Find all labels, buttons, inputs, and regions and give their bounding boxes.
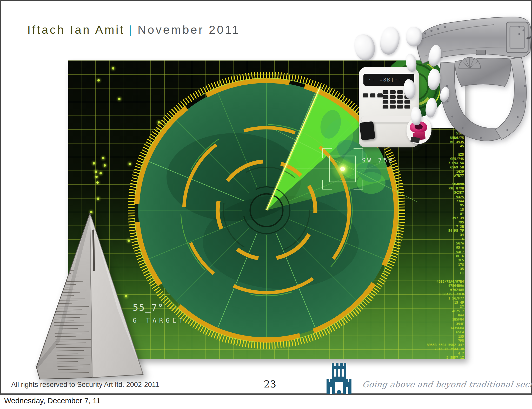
title-date: November 2011 bbox=[138, 23, 240, 36]
keypad-key bbox=[370, 93, 375, 97]
telemetry-column: 947 51G4 U5N6/75 6F 49J5 45 8Z5 GF5/74S … bbox=[420, 127, 464, 359]
company-tagline: Going above and beyond traditional secur… bbox=[362, 380, 532, 389]
keypad-key bbox=[377, 93, 383, 97]
tooth-guard-icon bbox=[379, 26, 401, 56]
keypad-key bbox=[383, 105, 388, 108]
keypad-key bbox=[383, 95, 388, 99]
copyright-text: All rights reserved to Security Art ltd.… bbox=[11, 381, 159, 389]
keypad-key bbox=[383, 100, 388, 104]
title-separator: | bbox=[129, 23, 134, 36]
tooth-guard-icon bbox=[351, 31, 378, 63]
keypad-key bbox=[390, 90, 396, 94]
keypad-key bbox=[390, 95, 396, 99]
keypad-key bbox=[404, 105, 410, 108]
datebar-text: Wednesday, December 7, 11 bbox=[4, 397, 101, 405]
page-number: 23 bbox=[264, 378, 276, 390]
keypad-key bbox=[397, 90, 403, 94]
paper-plane-icon bbox=[27, 206, 151, 385]
keypad-key bbox=[404, 100, 410, 104]
title-author: Iftach Ian Amit bbox=[27, 23, 125, 36]
keypad-key bbox=[390, 105, 396, 108]
keypad-key bbox=[383, 90, 388, 94]
keypad-key bbox=[363, 93, 368, 97]
keypad-key bbox=[397, 105, 403, 108]
keypad-key bbox=[397, 95, 403, 99]
presenter-datebar: Wednesday, December 7, 11 bbox=[0, 394, 532, 409]
keypad-key bbox=[397, 100, 403, 104]
keypad-connector bbox=[359, 121, 375, 140]
slide: Iftach Ian Amit|November 2011 bbox=[0, 0, 532, 394]
keypad-key bbox=[390, 100, 396, 104]
target-code-label: SW_75P bbox=[362, 157, 394, 164]
page-title: Iftach Ian Amit|November 2011 bbox=[27, 23, 240, 37]
